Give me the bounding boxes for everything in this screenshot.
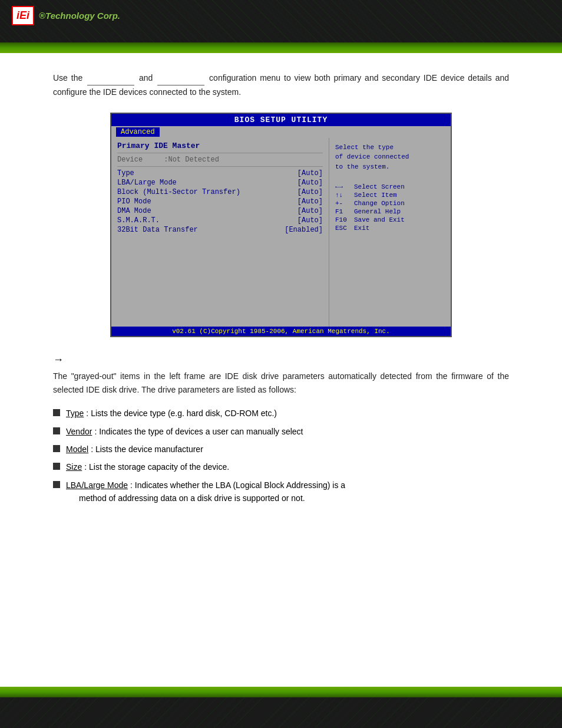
- bios-right-panel: Select the type of device connected to t…: [329, 138, 451, 327]
- bios-setting-row: Block (Multi-Sector Transfer)[Auto]: [117, 188, 323, 196]
- bios-left-panel: Primary IDE Master Device :Not Detected …: [111, 138, 329, 327]
- bios-setting-name: Type: [117, 169, 134, 177]
- bullet-item-content: Model: Lists the device manufacturer: [66, 443, 509, 456]
- bios-tab-advanced: Advanced: [116, 127, 160, 137]
- bios-setting-name: LBA/Large Mode: [117, 179, 177, 187]
- main-content: Use the and configuration menu to view b…: [0, 53, 562, 528]
- intro-text-before: Use the: [53, 73, 82, 83]
- note-section: → The "grayed-out" items in the left fra…: [53, 354, 509, 398]
- bios-setting-value: [Auto]: [297, 169, 323, 177]
- shortcut-key: ↑↓: [335, 192, 354, 199]
- shortcut-key: ESC: [335, 225, 354, 232]
- bios-settings-list: Type[Auto]LBA/Large Mode[Auto]Block (Mul…: [117, 169, 323, 234]
- bios-shortcut-row: ESCExit: [335, 225, 445, 232]
- bios-setting-row: LBA/Large Mode[Auto]: [117, 179, 323, 187]
- logo-box: iEi: [12, 6, 34, 25]
- bios-setting-row: 32Bit Data Transfer[Enabled]: [117, 226, 323, 234]
- bios-setting-value: [Auto]: [297, 188, 323, 196]
- list-item: Size: List the storage capacity of the d…: [53, 460, 509, 473]
- bios-body: Primary IDE Master Device :Not Detected …: [111, 138, 451, 327]
- note-arrow: →: [53, 354, 509, 366]
- shortcut-desc: Change Option: [354, 200, 405, 207]
- bios-help-text: Select the type of device connected to t…: [335, 143, 445, 172]
- shortcut-desc: Select Item: [354, 192, 397, 199]
- bios-setting-value: [Auto]: [297, 207, 323, 215]
- bullet-term: Vendor: [66, 427, 92, 436]
- header-green-stripe: [0, 42, 562, 53]
- bios-tab-bar: Advanced: [111, 126, 451, 138]
- list-item: LBA/Large Mode: Indicates whether the LB…: [53, 479, 509, 505]
- bullet-term: LBA/Large Mode: [66, 480, 128, 490]
- footer: [0, 687, 562, 728]
- shortcut-desc: Select Screen: [354, 183, 405, 190]
- bios-setting-row: S.M.A.R.T.[Auto]: [117, 216, 323, 225]
- bios-setting-row: PIO Mode[Auto]: [117, 197, 323, 206]
- shortcut-desc: Exit: [354, 225, 369, 232]
- bios-shortcuts: ←→Select Screen↑↓Select Item+-Change Opt…: [335, 183, 445, 232]
- bios-setting-name: Block (Multi-Sector Transfer): [117, 188, 240, 196]
- list-item: Type: Lists the device type (e.g. hard d…: [53, 407, 509, 420]
- shortcut-key: F10: [335, 216, 354, 223]
- intro-text-middle: and: [139, 73, 153, 83]
- bullet-item-content: Size: List the storage capacity of the d…: [66, 460, 509, 473]
- bios-setting-value: [Auto]: [297, 197, 323, 206]
- bios-screenshot: BIOS SETUP UTILITY Advanced Primary IDE …: [110, 113, 452, 337]
- blank1: [87, 71, 134, 85]
- header: iEi ®Technology Corp.: [0, 0, 562, 53]
- bios-divider-2: [117, 166, 323, 167]
- bullet-icon: [53, 427, 60, 434]
- bios-setting-row: Type[Auto]: [117, 169, 323, 177]
- shortcut-key: ←→: [335, 183, 354, 190]
- bullet-term: Model: [66, 444, 88, 454]
- bullet-icon: [53, 445, 60, 452]
- bullet-icon: [53, 463, 60, 470]
- note-text: The "grayed-out" items in the left frame…: [53, 370, 509, 398]
- bios-divider-1: [117, 153, 323, 153]
- bios-setting-name: S.M.A.R.T.: [117, 216, 160, 225]
- bullet-item-content: LBA/Large Mode: Indicates whether the LB…: [66, 479, 509, 505]
- bios-setting-value: [Auto]: [297, 216, 323, 225]
- bios-setting-row: DMA Mode[Auto]: [117, 207, 323, 215]
- bullet-item-content: Vendor: Indicates the type of devices a …: [66, 425, 509, 438]
- bios-setting-name: DMA Mode: [117, 207, 151, 215]
- shortcut-desc: General Help: [354, 208, 401, 215]
- logo-area: iEi ®Technology Corp.: [12, 6, 120, 25]
- bullet-item-content: Type: Lists the device type (e.g. hard d…: [66, 407, 509, 420]
- bullet-icon: [53, 409, 60, 416]
- bullet-list: Type: Lists the device type (e.g. hard d…: [53, 407, 509, 505]
- bios-setting-value: [Auto]: [297, 179, 323, 187]
- bios-title: BIOS SETUP UTILITY: [111, 114, 451, 126]
- bios-footer: v02.61 (C)Copyright 1985-2006, American …: [111, 327, 451, 336]
- bios-setting-name: 32Bit Data Transfer: [117, 226, 198, 234]
- bios-shortcut-row: ←→Select Screen: [335, 183, 445, 190]
- bullet-icon: [53, 481, 60, 488]
- list-item: Model: Lists the device manufacturer: [53, 443, 509, 456]
- bios-setting-value: [Enabled]: [285, 226, 323, 234]
- bios-setting-name: PIO Mode: [117, 197, 151, 206]
- bios-shortcut-row: +-Change Option: [335, 200, 445, 207]
- shortcut-key: +-: [335, 200, 354, 207]
- bios-shortcut-row: F10Save and Exit: [335, 216, 445, 223]
- shortcut-key: F1: [335, 208, 354, 215]
- blank2: [157, 71, 204, 85]
- company-name: ®Technology Corp.: [39, 11, 120, 21]
- device-label: Device: [117, 156, 143, 164]
- bios-shortcut-row: ↑↓Select Item: [335, 192, 445, 199]
- footer-circuit-bg: [0, 687, 562, 728]
- bios-device-row: Device :Not Detected: [117, 156, 323, 164]
- bullet-continuation: method of addressing data on a disk driv…: [66, 492, 509, 505]
- shortcut-desc: Save and Exit: [354, 216, 405, 223]
- list-item: Vendor: Indicates the type of devices a …: [53, 425, 509, 438]
- bullet-term: Type: [66, 409, 84, 418]
- bios-section-title: Primary IDE Master: [117, 141, 323, 150]
- device-value: :Not Detected: [164, 156, 219, 164]
- bios-shortcut-row: F1General Help: [335, 208, 445, 215]
- intro-paragraph: Use the and configuration menu to view b…: [53, 71, 509, 100]
- bullet-term: Size: [66, 462, 82, 472]
